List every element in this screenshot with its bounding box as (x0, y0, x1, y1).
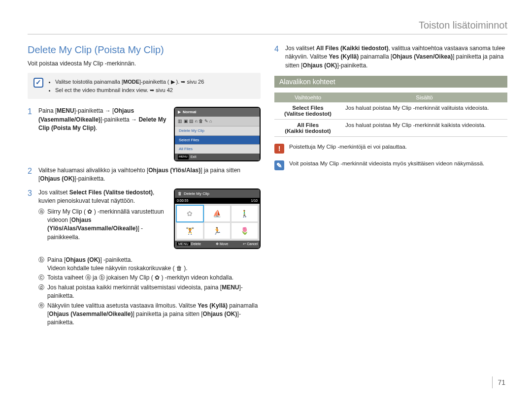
step-3-text: Jos valitset Select Files (Valitse tiedo… (38, 188, 169, 206)
thumb-selected: ✿ (177, 206, 203, 221)
step-3-cont: ⓑPaina [Ohjaus (OK)] -painiketta.Videon … (28, 254, 261, 328)
thumb: ⛵ (204, 206, 231, 221)
screen1-menu: Delete My Clip Select Files All Files ME… (175, 126, 260, 160)
step-3-sublist: ⓐSiirry My Clip ( ✿ ) -merkinnällä varus… (38, 208, 169, 242)
left-column: Delete My Clip (Poista My Clip) Voit poi… (28, 44, 261, 333)
step-3-sublist-cont: ⓑPaina [Ohjaus (OK)] -painiketta.Videon … (38, 256, 261, 327)
options-table: Vaihtoehto Sisältö Select Files(Valitse … (274, 93, 507, 137)
table-row: All Files(Kaikki tiedostot) Jos haluat p… (274, 120, 507, 137)
page-header: Toiston lisätoiminnot (28, 20, 507, 34)
thumb: 🚶‍♂️ (232, 206, 258, 221)
page: Toiston lisätoiminnot Delete My Clip (Po… (0, 0, 532, 406)
play-icon: ▶ (178, 109, 181, 115)
sub-c: ⓒToista vaiheet ⓐ ja ⓑ jokaisen My Clip … (38, 274, 261, 282)
ui-screenshot-menu: ▶ Normal ▥ ▣ ▤ ⎌ 🗑 ✎ ⌂ Delete My Clip Se… (174, 107, 261, 161)
step-2: 2 Valitse haluamasi alivalikko ja vaihto… (28, 166, 261, 184)
th-content: Sisältö (341, 93, 507, 102)
intro-text: Voit poistaa videosta My Clip -merkinnän… (28, 60, 261, 68)
right-column: 4 Jos valitset All Files (Kaikki tiedost… (274, 44, 507, 333)
step-4: 4 Jos valitset All Files (Kaikki tiedost… (274, 44, 507, 70)
sub-b: ⓑPaina [Ohjaus (OK)] -painiketta.Videon … (38, 256, 261, 273)
cell-option: All Files(Kaikki tiedostot) (274, 120, 341, 137)
tip-list: Valitse toistotila painamalla [MODE]-pai… (48, 78, 204, 94)
screen2-actions: MENU Delete ✥ Move ↩ Cancel (175, 241, 260, 248)
submenu-heading: Alavalikon kohteet (274, 76, 507, 88)
warning-note: ! Poistettuja My Clip -merkintöjä ei voi… (274, 144, 507, 154)
check-icon (33, 78, 43, 88)
ui-screenshot-thumbnails: 🗑 Delete My Clip 0:00:55 1/10 ✿ ⛵ 🚶‍♂️ 🏋 (174, 188, 261, 249)
screen2-counter: 0:00:55 1/10 (175, 198, 260, 204)
cell-desc: Jos haluat poistaa My Clip -merkinnät ka… (341, 120, 507, 137)
sub-d: ⓓJos haluat poistaa kaikki merkinnät val… (38, 283, 261, 301)
tip-box: Valitse toistotila painamalla [MODE]-pai… (28, 73, 261, 99)
thumb: 🏃 (204, 223, 231, 239)
cell-option: Select Files(Valitse tiedostot) (274, 102, 341, 120)
info-text: Voit poistaa My Clip -merkinnät videoist… (289, 160, 484, 166)
step-1-text: Paina [MENU]-painiketta → [Ohjaus (Vasem… (38, 107, 169, 132)
menu-key-icon: MENU (178, 155, 189, 159)
thumb-grid: ✿ ⛵ 🚶‍♂️ 🏋 🏃 🌷 (175, 204, 260, 241)
two-column-layout: Delete My Clip (Poista My Clip) Voit poi… (28, 44, 507, 333)
menu-item: All Files (175, 144, 260, 154)
step-4-text: Jos valitset All Files (Kaikki tiedostot… (285, 44, 507, 70)
step-3: 3 Jos valitset Select Files (Valitse tie… (28, 188, 261, 249)
cell-desc: Jos haluat poistaa My Clip -merkinnät va… (341, 102, 507, 120)
warning-text: Poistettuja My Clip -merkintöjä ei voi p… (289, 144, 407, 150)
menu-item-selected: Select Files (175, 135, 260, 145)
step-2-text: Valitse haluamasi alivalikko ja vaihtoeh… (38, 166, 261, 184)
menu-key-icon: MENU (177, 242, 190, 246)
screen1-exitbar: MENU Exit (175, 154, 260, 160)
table-header-row: Vaihtoehto Sisältö (274, 93, 507, 102)
table-row: Select Files(Valitse tiedostot) Jos halu… (274, 102, 507, 120)
menu-item: Delete My Clip (175, 126, 260, 135)
step-1: 1 Paina [MENU]-painiketta → [Ohjaus (Vas… (28, 107, 261, 161)
screen1-iconrow: ▥ ▣ ▤ ⎌ 🗑 ✎ ⌂ (175, 117, 260, 126)
tip-line-2: Sel ect the video thumbnail index view. … (55, 86, 204, 94)
screen2-title: 🗑 Delete My Clip (175, 189, 260, 198)
trash-icon: 🗑 (178, 191, 182, 197)
warning-icon: ! (274, 144, 284, 154)
tip-line-1: Valitse toistotila painamalla [MODE]-pai… (55, 78, 204, 86)
thumb: 🌷 (232, 223, 258, 239)
page-number: 71 (492, 376, 505, 388)
info-icon: ✎ (274, 160, 284, 170)
th-option: Vaihtoehto (274, 93, 341, 102)
screen1-topbar: ▶ Normal (175, 108, 260, 117)
info-note: ✎ Voit poistaa My Clip -merkinnät videoi… (274, 160, 507, 170)
thumb: 🏋 (177, 223, 203, 239)
section-title: Delete My Clip (Poista My Clip) (28, 44, 261, 56)
sub-a: ⓐSiirry My Clip ( ✿ ) -merkinnällä varus… (38, 208, 169, 242)
sub-e: ⓔNäkyviin tulee valittua asetusta vastaa… (38, 302, 261, 327)
